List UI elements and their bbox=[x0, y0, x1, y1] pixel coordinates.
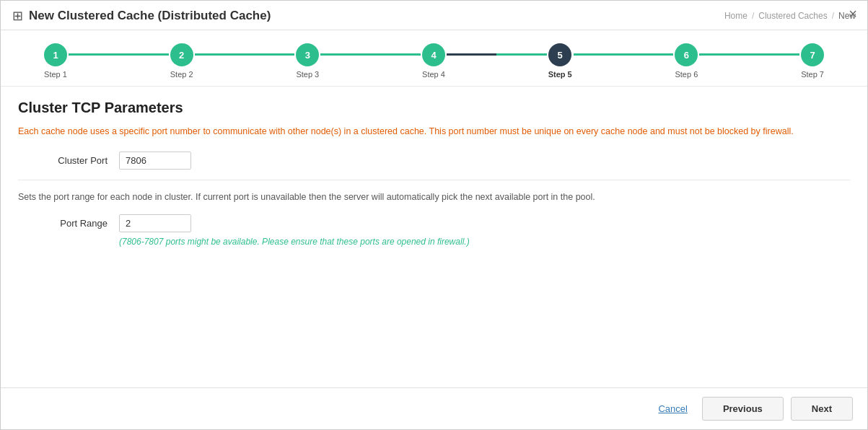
title-area: ⊞ New Clustered Cache (Distributed Cache… bbox=[12, 8, 271, 24]
connector-3-4 bbox=[320, 53, 421, 56]
breadcrumb-sep-1: / bbox=[752, 11, 754, 21]
step-2: 2 Step 2 bbox=[170, 43, 193, 79]
cluster-port-group: Cluster Port bbox=[18, 152, 850, 170]
step-5-circle: 5 bbox=[548, 43, 571, 66]
info-text: Each cache node uses a specific port num… bbox=[18, 125, 850, 139]
connector-5-6 bbox=[574, 53, 674, 56]
connector-4-5 bbox=[447, 53, 547, 56]
step-6-label: Step 6 bbox=[675, 70, 698, 79]
step-2-circle: 2 bbox=[170, 43, 193, 66]
step-6-circle: 6 bbox=[675, 43, 698, 66]
step-3-label: Step 3 bbox=[296, 70, 319, 79]
step-4-circle: 4 bbox=[422, 43, 445, 66]
separator bbox=[18, 180, 850, 180]
step-3-circle: 3 bbox=[296, 43, 319, 66]
step-1-circle: 1 bbox=[44, 43, 67, 66]
cluster-port-label: Cluster Port bbox=[18, 152, 119, 166]
step-5-label: Step 5 bbox=[548, 70, 572, 79]
modal-header: ⊞ New Clustered Cache (Distributed Cache… bbox=[1, 1, 867, 30]
previous-button[interactable]: Previous bbox=[702, 397, 784, 421]
section-title: Cluster TCP Parameters bbox=[18, 100, 850, 116]
cluster-port-input[interactable] bbox=[119, 152, 191, 170]
step-6: 6 Step 6 bbox=[675, 43, 698, 79]
breadcrumb-home[interactable]: Home bbox=[724, 11, 748, 21]
cluster-port-field-area bbox=[119, 152, 191, 170]
step-4: 4 Step 4 bbox=[422, 43, 445, 79]
next-button[interactable]: Next bbox=[791, 397, 853, 421]
cluster-icon: ⊞ bbox=[12, 8, 23, 24]
cancel-button[interactable]: Cancel bbox=[658, 403, 687, 414]
port-range-group: Port Range (7806-7807 ports might be ava… bbox=[18, 214, 850, 247]
port-hint: (7806-7807 ports might be available. Ple… bbox=[119, 237, 470, 247]
step-1: 1 Step 1 bbox=[44, 43, 67, 79]
step-2-label: Step 2 bbox=[170, 70, 193, 79]
step-1-label: Step 1 bbox=[44, 70, 67, 79]
modal-container: ⊞ New Clustered Cache (Distributed Cache… bbox=[0, 0, 868, 430]
modal-title: New Clustered Cache (Distributed Cache) bbox=[29, 9, 271, 23]
stepper: 1 Step 1 2 Step 2 3 Step 3 4 Step 4 5 St bbox=[44, 43, 824, 79]
breadcrumb: Home / Clustered Caches / New bbox=[724, 11, 856, 21]
sets-text: Sets the port range for each node in clu… bbox=[18, 190, 850, 204]
stepper-container: 1 Step 1 2 Step 2 3 Step 3 4 Step 4 5 St bbox=[1, 30, 867, 87]
breadcrumb-sep-2: / bbox=[832, 11, 834, 21]
step-7: 7 Step 7 bbox=[801, 43, 824, 79]
breadcrumb-clustered-caches[interactable]: Clustered Caches bbox=[758, 11, 827, 21]
modal-content: Cluster TCP Parameters Each cache node u… bbox=[1, 87, 867, 387]
connector-2-3 bbox=[195, 53, 295, 56]
connector-6-7 bbox=[699, 53, 799, 56]
step-4-label: Step 4 bbox=[422, 70, 445, 79]
step-7-label: Step 7 bbox=[801, 70, 824, 79]
modal-footer: Cancel Previous Next bbox=[1, 387, 867, 429]
step-3: 3 Step 3 bbox=[296, 43, 319, 79]
step-7-circle: 7 bbox=[801, 43, 824, 66]
port-range-input[interactable] bbox=[119, 214, 191, 232]
step-5: 5 Step 5 bbox=[548, 43, 572, 79]
port-range-label: Port Range bbox=[18, 214, 119, 229]
connector-1-2 bbox=[69, 53, 169, 56]
close-button[interactable]: × bbox=[849, 6, 857, 21]
port-range-field-area: (7806-7807 ports might be available. Ple… bbox=[119, 214, 470, 247]
